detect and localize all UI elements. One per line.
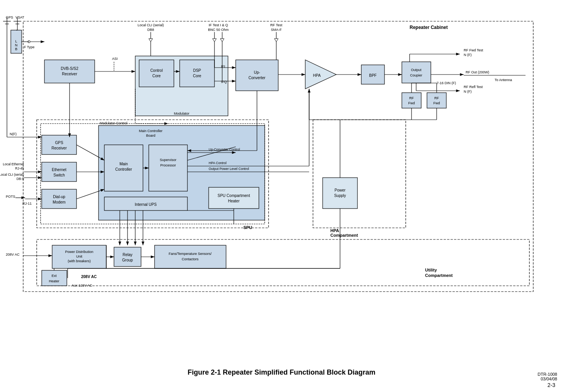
local-cli-db9: DB-9 — [17, 177, 24, 181]
utility-compartment-label: Utility — [425, 268, 437, 272]
ftype-label: F Type — [24, 45, 34, 49]
if-test-label: IF Test I & Q — [209, 23, 228, 27]
aux-115v-label: Aux 115V AC — [71, 283, 92, 287]
local-ethernet-rj45: RJ-45 — [15, 166, 24, 170]
ext-heater-label: Ext — [51, 274, 57, 278]
control-core-label: Control — [150, 68, 163, 73]
repeater-cabinet-label: Repeater Cabinet — [410, 25, 448, 30]
rf-fwd2-label2: Fwd — [433, 101, 440, 105]
upconv-label: Up- — [254, 70, 260, 75]
dialup-modem-label2: Modem — [53, 200, 65, 204]
rf-fwd1-block — [402, 93, 421, 108]
ext-heater-block — [42, 270, 67, 286]
gps-receiver-block — [42, 135, 77, 154]
supervisor-label: Supervisor — [160, 158, 176, 162]
gps-receiver-label: GPS — [55, 141, 63, 145]
spu-label: SPU — [243, 225, 252, 230]
rf-fwd-test-label: RF Fwd Test — [464, 48, 483, 52]
rfout-label: RF Out (200W) — [466, 70, 489, 74]
if-test-label2: BNC 50 Ohm — [208, 28, 229, 32]
relay-group-block — [114, 247, 141, 266]
rf-fwd2-block — [427, 93, 446, 108]
208v-bold-label: 208V AC — [81, 275, 97, 279]
lnb-label: L — [15, 39, 17, 43]
pdu-label: Power Distribution — [65, 250, 93, 254]
asi-label: ASI — [112, 57, 118, 61]
lnb-label3: B — [15, 47, 17, 51]
power-supply-label2: Supply — [334, 193, 346, 198]
internal-ups-label: Internal UPS — [135, 202, 157, 207]
din-label: 7-16 DIN (F) — [437, 81, 456, 85]
hpa-compartment-label: HPA — [330, 228, 339, 233]
rf-refl-test-label2: N (F) — [464, 90, 472, 93]
dialup-modem-block — [42, 189, 77, 209]
modulator-ctrl-label: Modulator Control — [100, 121, 128, 125]
modulator-label: Modulator — [174, 112, 189, 115]
hpa-compartment-border — [313, 120, 406, 228]
nf-label: N(F) — [10, 132, 17, 136]
local-cli-connector — [149, 39, 153, 42]
dsp-core-label: DSP — [193, 68, 201, 73]
gps-receiver-label2: Receiver — [51, 146, 67, 150]
mcb-label2: Board — [146, 134, 155, 137]
rf-fwd1-label: RF — [409, 96, 414, 100]
pdu-label2: Unit — [76, 255, 83, 258]
spu-heater-label2: Heater — [228, 199, 240, 203]
rj11-label: RJ-11 — [22, 202, 32, 205]
output-pwr-label: Output Power Level Control — [209, 167, 249, 171]
rf-fwd1-label2: Fwd — [408, 101, 415, 105]
rf-fwd2-label: RF — [434, 96, 439, 100]
figure-caption: Figure 2-1 Repeater Simplified Functiona… — [187, 368, 375, 377]
dialup-modem-label: Dial-up — [53, 195, 65, 199]
fans-block — [155, 245, 226, 268]
dvbs2-label: DVB-S/S2 — [61, 66, 78, 71]
main-controller-label2: Controller — [115, 167, 132, 171]
hpa-ctrl-label: HPA Control — [209, 161, 226, 165]
relay-group-label: Relay — [122, 253, 133, 257]
if-test-conn2 — [220, 39, 224, 42]
bpf-label: BPF — [369, 73, 376, 78]
local-ethernet-label: Local Ethernet — [3, 162, 24, 166]
output-coupler-block — [402, 62, 431, 83]
main-controller-label: Main — [119, 162, 128, 166]
power-supply-label: Power — [335, 188, 346, 192]
dvbs2-label2: Receiver — [62, 72, 77, 76]
gps-text: GPS — [6, 15, 13, 19]
local-cli-label: Local CLI (serial) — [138, 23, 164, 27]
pdu-label3: (with breakers) — [68, 259, 91, 263]
hpa-label: HPA — [313, 73, 321, 78]
if-test-conn1 — [213, 39, 216, 42]
ethernet-switch-block — [42, 162, 77, 182]
rf-test-label: RF Test — [270, 23, 282, 27]
output-coupler-label: Output — [411, 68, 422, 72]
rf-test-conn — [274, 39, 278, 42]
output-coupler-label2: Coupier — [410, 73, 422, 77]
upconv-label2: Converter — [248, 76, 266, 80]
hpa-block — [305, 60, 336, 89]
doc-ref: DTR-1008 03/04/08 — [537, 372, 557, 381]
ifq-label: IFQ — [221, 80, 227, 84]
dsp-core-label2: Core — [193, 74, 201, 78]
rf-refl-test-label: RF Refl Test — [464, 85, 483, 89]
rf-fwd-test-label2: N (F) — [464, 53, 472, 57]
ext-heater-label2: Heater — [49, 279, 59, 283]
hpa-compartment-label2: Compartment — [330, 233, 358, 238]
local-cli-db9-label: Local CLI (serial) — [0, 173, 24, 176]
mcb-label: Main Controller — [139, 129, 162, 133]
rf-test-label2: SMA-F — [271, 28, 282, 32]
doc-ref-line2: 03/04/08 — [537, 377, 557, 381]
spu-heater-label: SPU Compartment — [218, 193, 250, 198]
relay-group-label2: Group — [122, 258, 133, 262]
208v-label: 208V AC — [6, 253, 20, 256]
supervisor-label2: Processor — [160, 163, 176, 167]
vsat-text: VSAT — [15, 15, 24, 19]
diagram-container: Repeater Cabinet SPU HPA Compartment Uti… — [0, 0, 563, 392]
to-antenna-label: To Antenna — [495, 78, 512, 82]
doc-ref-line1: DTR-1008 — [537, 372, 557, 377]
supervisor-processor-block — [149, 145, 187, 191]
local-cli-db8: DB8 — [147, 28, 154, 32]
lnb-label2: N — [15, 43, 18, 47]
ethernet-switch-label2: Switch — [53, 173, 65, 177]
pots-label: POTS — [6, 195, 15, 199]
page-number: 2-3 — [548, 382, 555, 388]
